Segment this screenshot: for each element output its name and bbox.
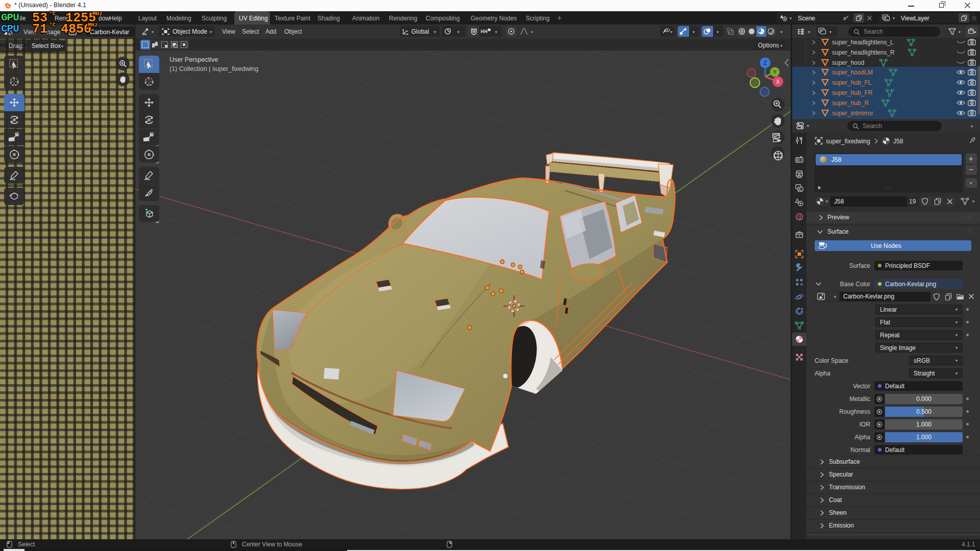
svg-text:(1) Collection | super_fixedwi: (1) Collection | super_fixedwing <box>169 65 258 72</box>
svg-text:Z: Z <box>764 60 767 66</box>
svg-text:Y: Y <box>773 69 777 75</box>
svg-text:X: X <box>776 79 780 85</box>
svg-text:User Perspective: User Perspective <box>169 56 218 63</box>
